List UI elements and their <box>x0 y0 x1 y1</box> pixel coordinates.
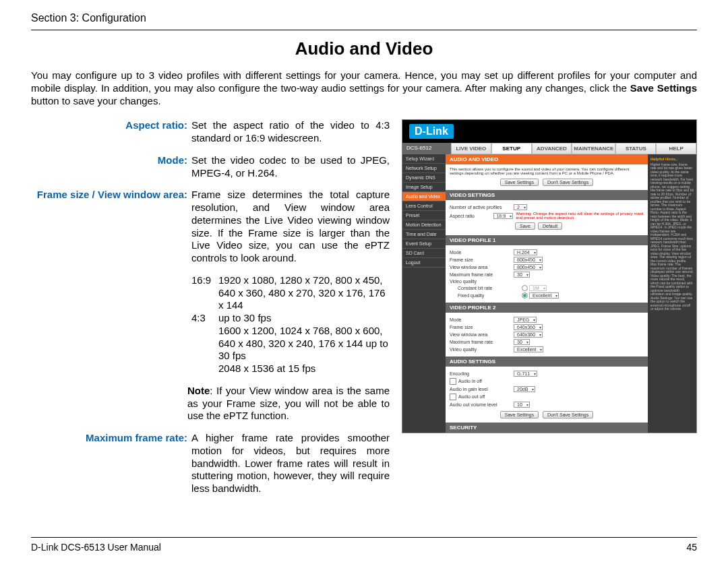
vp2-fs[interactable]: 640x360 <box>514 324 543 330</box>
vp1-lab-fs: Frame size <box>450 257 514 262</box>
tab-setup[interactable]: SETUP <box>491 143 532 154</box>
side-event-setup[interactable]: Event Setup <box>402 239 446 249</box>
ratio-169: 16:9 <box>191 274 218 287</box>
side-motion[interactable]: Motion Detection <box>402 220 446 230</box>
def-maxfr-body: A higher frame rate provides smoother mo… <box>191 432 390 495</box>
save-settings-bottom[interactable]: Save Settings <box>500 411 539 418</box>
side-audio-video[interactable]: Audio and Video <box>402 192 446 201</box>
vp1-mode[interactable]: H.264 <box>514 249 537 255</box>
side-dynamic-dns[interactable]: Dynamic DNS <box>402 173 446 183</box>
ratio-43: 4:3 <box>191 312 218 325</box>
as-vol-lab: Audio out volume level <box>450 402 514 407</box>
tab-help[interactable]: HELP <box>656 143 696 154</box>
as-enc[interactable]: G.711 <box>514 371 537 377</box>
shot-sidebar: Setup Wizard Network Setup Dynamic DNS I… <box>402 154 446 433</box>
admin-screenshot: D-Link DCS-6512 LIVE VIDEO SETUP ADVANCE… <box>402 119 697 433</box>
vp1-lab-mfr: Maximum frame rate <box>450 272 514 277</box>
as-gain-lab: Audio in gain level <box>450 387 514 392</box>
band-audio-video: AUDIO AND VIDEO <box>446 154 648 164</box>
chk-audio-in[interactable] <box>450 378 456 385</box>
vp1-vw[interactable]: 800x450 <box>514 264 543 270</box>
vp1-fs[interactable]: 800x450 <box>514 257 543 263</box>
band-vp2: VIDEO PROFILE 2 <box>446 303 648 313</box>
side-lens-control[interactable]: Lens Control <box>402 201 446 211</box>
intro-part1: You may configure up to 3 video profiles… <box>31 69 697 94</box>
ratio-169-line3: up to 30 fps <box>218 312 390 325</box>
intro-part2: button to save your changes. <box>31 95 161 106</box>
footer-page: 45 <box>686 542 697 553</box>
hints-body: Higher frame size, frame rate and bit ra… <box>650 163 694 311</box>
lab-aspect: Aspect ratio <box>450 214 493 218</box>
vp2-lab-mfr: Maximum frame rate <box>450 340 514 344</box>
def-maxfr-label: Maximum frame rate: <box>31 432 191 495</box>
vp1-radio-fq[interactable] <box>522 292 528 299</box>
band-vp1: VIDEO PROFILE 1 <box>446 235 648 245</box>
tab-live-video[interactable]: LIVE VIDEO <box>451 143 491 154</box>
shot-header: D-Link <box>402 120 696 143</box>
as-out-lab: Audio out off <box>458 394 485 399</box>
lab-active-profiles: Number of active profiles <box>450 205 514 210</box>
tab-status[interactable]: STATUS <box>615 143 656 154</box>
section-header: Section 3: Configuration <box>31 12 697 30</box>
vp1-fq[interactable]: Excellent <box>529 292 559 299</box>
intro-bold: Save Settings <box>630 82 697 94</box>
vp2-mfr[interactable]: 30 <box>514 339 530 345</box>
vp2-lab-fs: Frame size <box>450 325 514 330</box>
note-bold: Note <box>187 385 210 396</box>
tab-advanced[interactable]: ADVANCED <box>532 143 572 154</box>
def-aspect-label: Aspect ratio: <box>31 119 191 145</box>
side-setup-wizard[interactable]: Setup Wizard <box>402 154 446 164</box>
band-security: SECURITY <box>446 423 648 433</box>
def-frame-body: Frame size determines the total capture … <box>191 189 390 265</box>
sel-active-profiles[interactable]: 2 <box>514 204 527 210</box>
intro-paragraph: You may configure up to 3 video profiles… <box>31 69 697 107</box>
side-preset[interactable]: Preset <box>402 211 446 220</box>
aspect-warning: Warning: Change the aspect ratio will cl… <box>516 212 644 220</box>
chk-audio-out[interactable] <box>450 394 456 400</box>
vp2-lab-mode: Mode <box>450 317 514 322</box>
side-time-date[interactable]: Time and Date <box>402 230 446 239</box>
side-network-setup[interactable]: Network Setup <box>402 164 446 173</box>
shot-hints: Helpful Hints.. Higher frame size, frame… <box>648 154 696 433</box>
vp1-mfr[interactable]: 30 <box>514 272 530 278</box>
ratio-43-line3: 2048 x 1536 at 15 fps <box>218 363 390 375</box>
ratio-169-line2: 640 x 360, 480 x 270, 320 x 176, 176 x 1… <box>218 287 390 313</box>
note-body: : If your View window area is the same a… <box>187 385 390 422</box>
def-mode-label: Mode: <box>31 154 191 180</box>
vp1-lab-vq: Video quality <box>450 279 514 284</box>
vp2-vw[interactable]: 640x360 <box>514 332 543 338</box>
vs-save[interactable]: Save <box>515 222 535 230</box>
shot-main: AUDIO AND VIDEO This section allows you … <box>446 154 648 433</box>
ratio-43-line1: 1600 x 1200, 1024 x 768, 800 x 600, <box>218 325 390 338</box>
vp1-cbr[interactable]: 1M <box>529 285 547 291</box>
def-frame-label: Frame size / View window area: <box>31 189 191 265</box>
sel-aspect[interactable]: 16:9 <box>493 213 514 219</box>
side-logout[interactable]: Logout <box>402 258 446 268</box>
av-desc: This section allows you to configure the… <box>450 167 644 175</box>
page-title: Audio and Video <box>31 38 697 59</box>
side-image-setup[interactable]: Image Setup <box>402 183 446 192</box>
side-sd-card[interactable]: SD Card <box>402 249 446 258</box>
vp2-mode[interactable]: JPEG <box>514 317 537 323</box>
hints-title: Helpful Hints.. <box>650 157 694 162</box>
vp1-lab-fq: Fixed quality <box>450 293 522 298</box>
brand-logo: D-Link <box>409 124 454 139</box>
ratio-169-line1: 1920 x 1080, 1280 x 720, 800 x 450, <box>218 274 390 287</box>
dont-save-settings-top[interactable]: Don't Save Settings <box>543 179 593 186</box>
tab-maintenance[interactable]: MAINTENANCE <box>572 143 615 154</box>
def-mode-body: Set the video codec to be used to JPEG, … <box>191 154 390 180</box>
vp1-lab-mode: Mode <box>450 250 514 255</box>
note-text: Note: If your View window area is the sa… <box>187 385 390 423</box>
as-gain[interactable]: 20dB <box>514 386 535 392</box>
vp2-lab-vw: View window area <box>450 332 514 337</box>
save-settings-top[interactable]: Save Settings <box>500 179 539 186</box>
vs-default[interactable]: Default <box>538 222 562 230</box>
vp2-vq[interactable]: Excellent <box>514 346 543 352</box>
ratio-43-line2: 640 x 480, 320 x 240, 176 x 144 up to 30… <box>218 338 390 363</box>
as-lab-enc: Encoding <box>450 371 514 376</box>
vp1-radio-cbr[interactable] <box>522 285 528 291</box>
as-in-lab: Audio in off <box>458 379 482 383</box>
dont-save-settings-bottom[interactable]: Don't Save Settings <box>543 411 593 418</box>
as-vol[interactable]: 10 <box>514 402 530 408</box>
vp2-lab-vq: Video quality <box>450 347 514 352</box>
